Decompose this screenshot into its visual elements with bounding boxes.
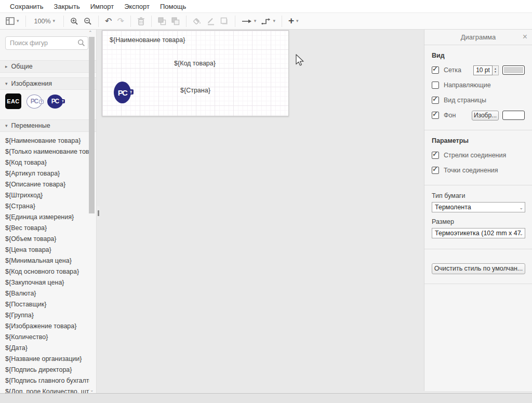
grid-color-swatch[interactable]: [502, 65, 525, 75]
rst-filled-mark-shape[interactable]: РС т: [47, 95, 63, 109]
zoom-in-button[interactable]: [68, 15, 81, 28]
page-view-label: Вид страницы: [444, 97, 486, 104]
sidebar-section-general[interactable]: ▸ Общие: [0, 60, 96, 73]
line-color-button[interactable]: [204, 15, 218, 28]
delete-button[interactable]: [135, 15, 148, 28]
size-select[interactable]: Термоэтикетка (102 mm x 47 ⌄: [432, 228, 525, 238]
scroll-down-icon[interactable]: ⌄: [90, 387, 94, 393]
grid-checkbox[interactable]: ✓: [432, 66, 439, 74]
variable-item[interactable]: ${Страна}: [0, 201, 89, 212]
variable-item[interactable]: ${Количество}: [0, 332, 89, 343]
variable-item[interactable]: ${Доп. поле Количество, шт}: [0, 386, 89, 393]
menu-item-export[interactable]: Экспорт: [119, 3, 155, 10]
variable-item[interactable]: ${Группа}: [0, 310, 89, 321]
sidebar-section-variables[interactable]: ▾ Переменные: [0, 119, 96, 132]
toolbar-separator: [25, 16, 26, 27]
zoom-level-button[interactable]: 100% ▾: [30, 15, 60, 28]
chevron-down-icon: ⌄: [519, 203, 523, 212]
rst-logo-shape[interactable]: РС т: [114, 82, 133, 103]
variable-item[interactable]: ${Код основного товара}: [0, 266, 89, 277]
to-back-button[interactable]: [169, 15, 182, 28]
variable-item[interactable]: ${Дата}: [0, 343, 89, 354]
chevron-down-icon: ⌄: [519, 229, 523, 238]
clear-default-style-button[interactable]: Очистить стиль по умолчан...: [432, 263, 525, 274]
eac-label: ЕАС: [7, 98, 19, 104]
rst-t-letter: т: [39, 100, 44, 104]
label-field-code[interactable]: ${Код товара}: [174, 60, 216, 67]
view-section: Вид ✓ Сетка 10 pt ▲ ▼ Направляющие ✓: [424, 45, 532, 128]
variable-item[interactable]: ${Код товара}: [0, 157, 89, 168]
redo-button[interactable]: ↷: [114, 15, 126, 28]
toolbar-separator: [151, 16, 152, 27]
to-front-icon: [158, 17, 166, 25]
variable-item[interactable]: ${Только наименование товара}: [0, 146, 89, 157]
menu-item-save[interactable]: Сохранить: [5, 3, 49, 10]
sidebar-scrollbar-thumb[interactable]: [89, 37, 95, 213]
connection-arrow-button[interactable]: ▾: [239, 15, 259, 28]
variable-item[interactable]: ${Артикул товара}: [0, 168, 89, 179]
diagram-canvas[interactable]: ${Наименование товара} ${Код товара} ${С…: [97, 30, 424, 393]
rst-outline-mark-shape[interactable]: РС т: [26, 95, 42, 109]
horizontal-scrollbar-area[interactable]: [0, 393, 532, 403]
variable-item[interactable]: ${Штрихкод}: [0, 190, 89, 201]
page-layout-icon: [6, 17, 15, 25]
rst-letters: РС: [51, 98, 59, 105]
grid-row: ✓ Сетка 10 pt ▲ ▼: [432, 65, 525, 75]
label-field-name[interactable]: ${Наименование товара}: [110, 36, 185, 44]
connection-arrows-checkbox[interactable]: ✓: [432, 152, 439, 159]
search-input[interactable]: [5, 36, 88, 50]
variable-item[interactable]: ${Подпись главного бухгалтера}: [0, 375, 89, 386]
rst-letters: РС: [31, 98, 38, 105]
menu-item-help[interactable]: Помощь: [155, 3, 191, 10]
scroll-up-icon[interactable]: ⌃: [88, 30, 92, 35]
variable-item[interactable]: ${Подпись директора}: [0, 365, 89, 375]
insert-button[interactable]: + ▾: [286, 15, 301, 28]
variable-item[interactable]: ${Закупочная цена}: [0, 277, 89, 288]
close-icon[interactable]: ×: [523, 30, 527, 44]
background-checkbox[interactable]: ✓: [432, 112, 439, 119]
variable-item[interactable]: ${Описание товара}: [0, 179, 89, 190]
grid-size-input[interactable]: 10 pt: [473, 65, 493, 75]
fill-color-button[interactable]: [190, 15, 204, 28]
zoom-out-button[interactable]: [81, 15, 95, 28]
guides-checkbox[interactable]: [432, 82, 439, 89]
variable-item[interactable]: ${Название организации}: [0, 354, 89, 365]
background-image-button[interactable]: Изобр...: [472, 111, 499, 120]
plus-icon: +: [288, 16, 294, 25]
connection-points-checkbox[interactable]: ✓: [432, 167, 439, 174]
variable-item[interactable]: ${Валюта}: [0, 288, 89, 299]
grid-label: Сетка: [444, 66, 461, 74]
toolbar-separator: [235, 16, 235, 27]
shadow-button[interactable]: [218, 15, 231, 28]
diagram-format-panel: Диаграмма × Вид ✓ Сетка 10 pt ▲ ▼ Направ…: [424, 30, 532, 391]
label-page[interactable]: ${Наименование товара} ${Код товара} ${С…: [102, 30, 289, 116]
variable-item[interactable]: ${Изображение товара}: [0, 321, 89, 332]
page-view-button[interactable]: ▾: [3, 15, 22, 28]
eac-mark-shape[interactable]: ЕАС: [5, 93, 21, 109]
sidebar-splitter-handle[interactable]: [97, 206, 100, 220]
variable-item[interactable]: ${Единица измерения}: [0, 212, 89, 223]
page-view-checkbox[interactable]: ✓: [432, 97, 439, 104]
connection-arrows-label: Стрелки соединения: [444, 152, 506, 159]
label-field-country[interactable]: ${Страна}: [180, 87, 210, 94]
variable-item[interactable]: ${Минимальная цена}: [0, 256, 89, 266]
to-front-button[interactable]: [155, 15, 169, 28]
variable-item[interactable]: ${Цена товара}: [0, 245, 89, 256]
caret-down-icon: ▾: [254, 19, 257, 23]
variable-item[interactable]: ${Вес товара}: [0, 223, 89, 234]
menu-item-close[interactable]: Закрыть: [49, 3, 85, 10]
connector-style-button[interactable]: ▾: [259, 15, 278, 28]
variable-item[interactable]: ${Объем товара}: [0, 234, 89, 245]
grid-size-stepper[interactable]: ▲ ▼: [493, 65, 499, 75]
variable-item[interactable]: ${Поставщик}: [0, 299, 89, 310]
variable-item[interactable]: ${Наименование товара}: [0, 136, 89, 146]
section-label: Общие: [11, 63, 33, 70]
options-heading: Параметры: [432, 137, 525, 144]
sidebar-section-images[interactable]: ▾ Изображения: [0, 77, 96, 90]
undo-button[interactable]: ↶: [102, 15, 114, 28]
background-color-swatch[interactable]: [502, 111, 525, 120]
background-row: ✓ Фон Изобр...: [432, 111, 525, 120]
trash-icon: [137, 17, 145, 25]
menu-item-import[interactable]: Импорт: [85, 3, 119, 10]
paper-type-select[interactable]: Термолента ⌄: [432, 202, 525, 212]
